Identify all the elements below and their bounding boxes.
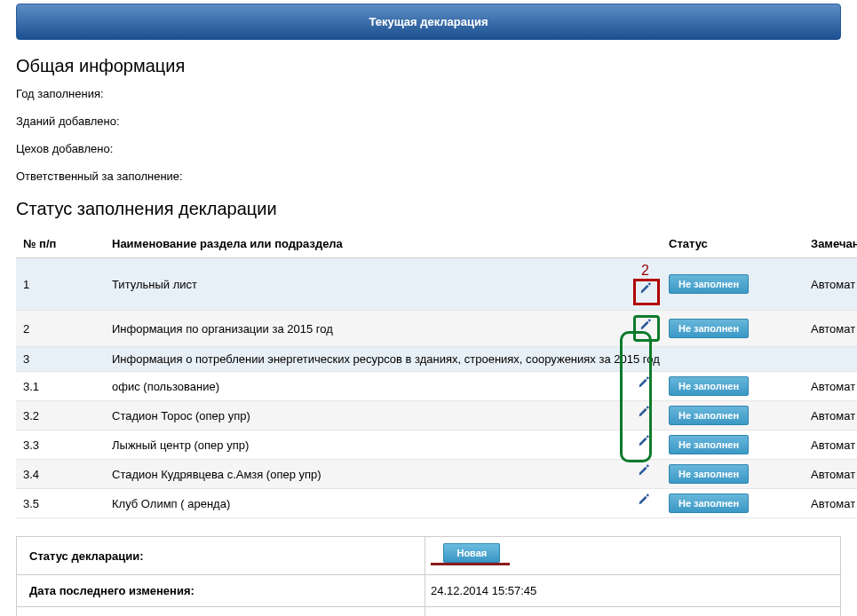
row-name: Информация по организации за 2015 год bbox=[105, 311, 626, 347]
row-name: Клуб Олимп ( аренда) bbox=[105, 489, 626, 518]
pencil-icon[interactable] bbox=[635, 494, 655, 513]
info-year-label: Год заполнения: bbox=[16, 87, 841, 100]
page-header-title: Текущая декларация bbox=[369, 15, 488, 28]
row-name: Титульный лист bbox=[105, 258, 626, 311]
status-badge: Не заполнен bbox=[669, 494, 749, 513]
row-num: 1 bbox=[16, 258, 105, 311]
table-row: 3 Информация о потреблении энергетически… bbox=[16, 347, 857, 372]
col-header-note: Замечан bbox=[804, 230, 857, 258]
col-header-status: Статус bbox=[662, 230, 804, 258]
row-name: офис (пользование) bbox=[105, 372, 626, 401]
summary-sent-label: Дата отправки на проверку: bbox=[17, 607, 425, 617]
status-badge: Не заполнен bbox=[669, 464, 749, 484]
row-note: Автомат bbox=[804, 311, 857, 347]
table-row: 2 Информация по организации за 2015 год … bbox=[16, 311, 857, 347]
table-row: 3.4 Стадион Кудрявцева с.Амзя (опер упр)… bbox=[16, 460, 857, 489]
row-note: Автомат bbox=[804, 258, 857, 311]
status-badge: Не заполнен bbox=[669, 376, 749, 396]
status-section-title: Статус заполнения декларации bbox=[16, 199, 841, 219]
status-badge: Не заполнен bbox=[669, 406, 749, 425]
status-table: № п/п Наименование раздела или подраздел… bbox=[16, 230, 857, 518]
status-badge: Не заполнен bbox=[669, 435, 749, 454]
summary-lastmod-label: Дата последнего изменения: bbox=[17, 575, 425, 607]
info-workshops-label: Цехов добавлено: bbox=[16, 142, 841, 155]
summary-sent-value: 24.12.2014 14:57:45 bbox=[425, 607, 841, 617]
pencil-icon[interactable] bbox=[635, 376, 655, 396]
summary-lastmod-value: 24.12.2014 15:57:45 bbox=[425, 575, 841, 607]
info-responsible-label: Ответственный за заполнение: bbox=[16, 170, 841, 183]
page-header: Текущая декларация bbox=[16, 4, 841, 40]
table-row: 3.1 офис (пользование) Не заполнен Автом… bbox=[16, 372, 857, 401]
row-num: 3.2 bbox=[16, 401, 105, 430]
pencil-icon[interactable] bbox=[635, 435, 655, 454]
annotation-number-2: 2 bbox=[641, 263, 649, 278]
pencil-icon[interactable] bbox=[637, 282, 656, 302]
row-note: Автомат bbox=[804, 489, 857, 518]
row-name: Стадион Торос (опер упр) bbox=[105, 401, 626, 430]
table-row: 3.3 Лыжный центр (опер упр) Не заполнен … bbox=[16, 430, 857, 460]
row-name: Лыжный центр (опер упр) bbox=[105, 430, 626, 460]
table-row: 3.2 Стадион Торос (опер упр) Не заполнен… bbox=[16, 401, 857, 430]
annotation-underline: Новая bbox=[431, 546, 510, 565]
pencil-icon[interactable] bbox=[635, 464, 655, 484]
row-num: 3 bbox=[16, 347, 105, 372]
annotation-red-box bbox=[633, 279, 660, 305]
col-header-num: № п/п bbox=[16, 230, 105, 258]
declaration-status-badge: Новая bbox=[443, 543, 500, 563]
row-num: 2 bbox=[16, 311, 105, 347]
row-num: 3.4 bbox=[16, 460, 105, 489]
row-note: Автомат bbox=[804, 372, 857, 401]
summary-status-label: Статус декларации: bbox=[17, 537, 425, 575]
row-num: 3.1 bbox=[16, 372, 105, 401]
row-name: Информация о потреблении энергетических … bbox=[105, 347, 857, 372]
col-header-name: Наименование раздела или подраздела bbox=[105, 230, 626, 258]
annotation-green-box bbox=[633, 315, 660, 342]
info-buildings-label: Зданий добавлено: bbox=[16, 115, 841, 128]
summary-table: Статус декларации: Новая Дата последнего… bbox=[16, 536, 841, 616]
pencil-icon[interactable] bbox=[635, 406, 655, 425]
table-row: 3.5 Клуб Олимп ( аренда) Не заполнен Авт… bbox=[16, 489, 857, 518]
row-note: Автомат bbox=[804, 460, 857, 489]
pencil-icon[interactable] bbox=[637, 319, 656, 338]
status-badge: Не заполнен bbox=[669, 274, 749, 294]
row-note: Автомат bbox=[804, 401, 857, 430]
status-badge: Не заполнен bbox=[669, 319, 749, 338]
general-info-title: Общая информация bbox=[16, 56, 841, 76]
row-num: 3.3 bbox=[16, 430, 105, 460]
row-note: Автомат bbox=[804, 430, 857, 460]
table-row: 1 Титульный лист 2 Не заполнен Автомат bbox=[16, 258, 857, 311]
row-name: Стадион Кудрявцева с.Амзя (опер упр) bbox=[105, 460, 626, 489]
row-num: 3.5 bbox=[16, 489, 105, 518]
